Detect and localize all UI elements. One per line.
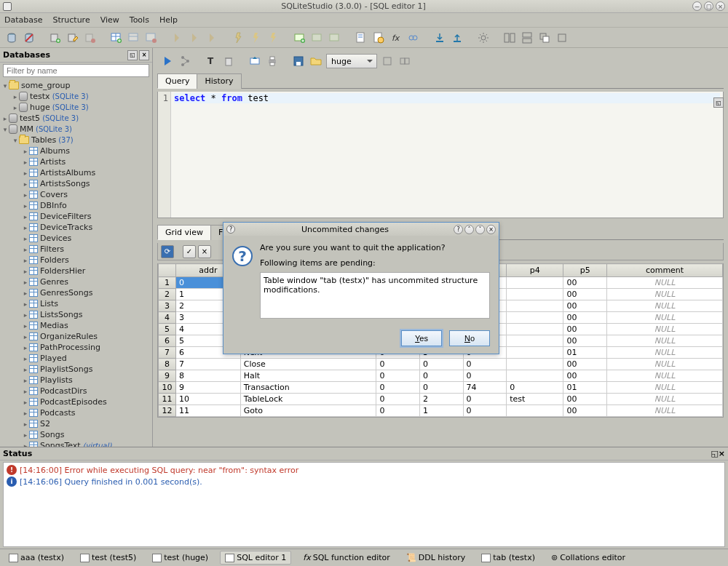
menu-structure[interactable]: Structure: [53, 15, 90, 25]
col-p4[interactable]: p4: [507, 264, 563, 277]
table-Covers[interactable]: ▸Covers: [1, 189, 151, 200]
restore-window-icon[interactable]: [555, 31, 569, 45]
table-row[interactable]: 1211Goto01000NULL: [159, 405, 723, 417]
db-huge[interactable]: ▸huge(SQLite 3): [1, 102, 151, 113]
table-DeviceFilters[interactable]: ▸DeviceFilters: [1, 211, 151, 222]
table-SongsText[interactable]: ▸SongsText(virtual): [1, 440, 151, 447]
table-ListsSongs[interactable]: ▸ListsSongs: [1, 309, 151, 320]
run-query-icon[interactable]: [160, 54, 175, 68]
table-DBInfo[interactable]: ▸DBInfo: [1, 200, 151, 211]
menu-help[interactable]: Help: [159, 15, 178, 25]
pane-close-button[interactable]: ×: [139, 50, 149, 60]
tile-vert-icon[interactable]: [520, 31, 534, 45]
commit-icon[interactable]: ✓: [183, 245, 196, 258]
new-index-icon[interactable]: [170, 31, 185, 45]
cascade-icon[interactable]: [537, 31, 552, 45]
table-Played[interactable]: ▸Played: [1, 353, 151, 364]
export-results-icon[interactable]: [248, 54, 262, 68]
menu-tools[interactable]: Tools: [130, 15, 149, 25]
table-Artists[interactable]: ▸Artists: [1, 156, 151, 167]
edit-table-icon[interactable]: [127, 31, 141, 45]
table-DeviceTracks[interactable]: ▸DeviceTracks: [1, 222, 151, 233]
table-Lists[interactable]: ▸Lists: [1, 298, 151, 309]
window-minimize-button[interactable]: −: [692, 1, 702, 11]
window-tab[interactable]: tab (testx): [477, 551, 539, 564]
config-icon[interactable]: [476, 31, 491, 45]
pane-restore-button[interactable]: ◱: [127, 50, 138, 60]
edit-trigger-icon[interactable]: [249, 31, 264, 45]
next-db-icon[interactable]: [397, 54, 412, 68]
table-GenresSongs[interactable]: ▸GenresSongs: [1, 287, 151, 298]
print-icon[interactable]: [265, 54, 280, 68]
table-row[interactable]: 109Transaction0074001NULL: [159, 382, 723, 394]
table-Songs[interactable]: ▸Songs: [1, 429, 151, 440]
table-Albums[interactable]: ▸Albums: [1, 146, 151, 156]
tab-query[interactable]: Query: [157, 73, 197, 89]
window-tab[interactable]: 📜DDL history: [402, 551, 470, 564]
new-trigger-icon[interactable]: [232, 31, 246, 45]
open-sql-editor-icon[interactable]: [354, 31, 368, 45]
dialog-close-button[interactable]: ×: [486, 225, 496, 234]
clear-history-icon[interactable]: [221, 54, 236, 68]
window-tab[interactable]: test (test5): [76, 551, 141, 564]
status-close-button[interactable]: ×: [719, 449, 725, 458]
window-tab[interactable]: fxSQL function editor: [298, 551, 394, 564]
table-PlaylistSongs[interactable]: ▸PlaylistSongs: [1, 364, 151, 375]
db-test5[interactable]: ▸test5(SQLite 3): [1, 113, 151, 124]
tables-folder[interactable]: ▾Tables(37): [1, 135, 151, 146]
window-close-button[interactable]: ×: [716, 1, 725, 11]
db-mm[interactable]: ▾MM(SQLite 3): [1, 124, 151, 135]
disconnect-db-icon[interactable]: [22, 31, 36, 45]
group-some_group[interactable]: ▾some_group: [1, 80, 151, 91]
delete-view-icon[interactable]: [328, 31, 342, 45]
menu-database[interactable]: Database: [4, 15, 43, 25]
table-row[interactable]: 1110TableLock020test00NULL: [159, 394, 723, 405]
edit-index-icon[interactable]: [188, 31, 202, 45]
edit-db-icon[interactable]: [66, 31, 80, 45]
window-maximize-button[interactable]: ◻: [704, 1, 713, 11]
open-folder-icon[interactable]: [309, 54, 323, 68]
export-icon[interactable]: [450, 31, 464, 45]
table-S2[interactable]: ▸S2: [1, 418, 151, 429]
window-tab[interactable]: ⊚Collations editor: [547, 551, 630, 564]
functions-icon[interactable]: fx: [389, 31, 403, 45]
table-Podcasts[interactable]: ▸Podcasts: [1, 407, 151, 418]
dialog-help-button[interactable]: ?: [454, 225, 463, 234]
table-ArtistsSongs[interactable]: ▸ArtistsSongs: [1, 178, 151, 189]
table-PathProcessing[interactable]: ▸PathProcessing: [1, 342, 151, 353]
table-OrganizeRules[interactable]: ▸OrganizeRules: [1, 331, 151, 342]
table-ArtistsAlbums[interactable]: ▸ArtistsAlbums: [1, 167, 151, 178]
refresh-data-icon[interactable]: ⟳: [161, 245, 174, 258]
import-icon[interactable]: [432, 31, 447, 45]
open-ddl-history-icon[interactable]: [371, 31, 386, 45]
format-sql-icon[interactable]: T: [204, 54, 218, 68]
status-log[interactable]: ![14:16:00] Error while executing SQL qu…: [3, 462, 725, 547]
tab-history[interactable]: History: [197, 73, 241, 89]
status-restore-button[interactable]: ◱: [711, 449, 718, 458]
db-testx[interactable]: ▸testx(SQLite 3): [1, 91, 151, 102]
dialog-rollup-button[interactable]: ˄: [464, 225, 474, 234]
window-tab[interactable]: test (huge): [148, 551, 213, 564]
dialog-rolldown-button[interactable]: ˅: [475, 225, 485, 234]
table-Medias[interactable]: ▸Medias: [1, 320, 151, 331]
table-row[interactable]: 98Halt00000NULL: [159, 370, 723, 382]
table-Genres[interactable]: ▸Genres: [1, 276, 151, 287]
table-PodcastDirs[interactable]: ▸PodcastDirs: [1, 386, 151, 396]
new-table-icon[interactable]: [109, 31, 124, 45]
delete-trigger-icon[interactable]: [266, 31, 281, 45]
table-Filters[interactable]: ▸Filters: [1, 244, 151, 255]
window-tab[interactable]: aaa (testx): [4, 551, 68, 564]
mdi-restore-button[interactable]: ◱: [713, 97, 724, 108]
prev-db-icon[interactable]: [380, 54, 395, 68]
add-db-icon[interactable]: [48, 31, 63, 45]
col-p5[interactable]: p5: [563, 264, 607, 277]
table-Playlists[interactable]: ▸Playlists: [1, 375, 151, 386]
remove-db-icon[interactable]: [83, 31, 98, 45]
delete-index-icon[interactable]: [205, 31, 220, 45]
rollback-icon[interactable]: ×: [198, 245, 211, 258]
table-row[interactable]: 87Close00000NULL: [159, 359, 723, 370]
explain-query-icon[interactable]: [178, 54, 192, 68]
tab-grid-view[interactable]: Grid view: [157, 225, 211, 240]
dialog-no-button[interactable]: No: [449, 330, 490, 346]
db-tree[interactable]: ▾some_group ▸testx(SQLite 3) ▸huge(SQLit…: [0, 79, 152, 447]
